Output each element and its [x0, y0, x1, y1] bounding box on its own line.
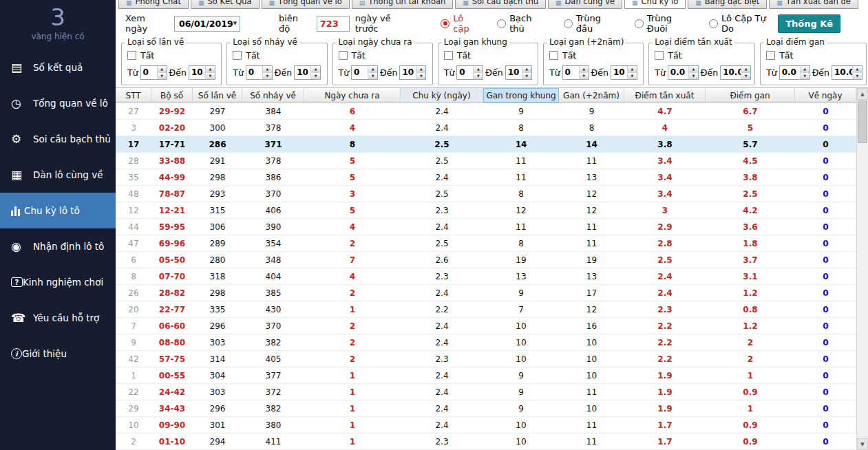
spin-up-icon[interactable]: ▲	[474, 66, 483, 73]
table-scrollbar[interactable]: ▲ ▼	[856, 88, 868, 450]
tab-8[interactable]: ▦Tần xuất dàn đề	[769, 0, 858, 9]
sidebar-item-2[interactable]: ⚙Soi cầu bạch thủ	[0, 121, 116, 157]
column-header-9[interactable]: Điểm gan	[706, 88, 795, 103]
all-checkbox[interactable]	[655, 51, 664, 60]
table-row[interactable]: 1212-2131540652.3121234.20	[116, 202, 856, 219]
column-header-3[interactable]: Số nháy về	[242, 88, 304, 103]
all-checkbox[interactable]	[444, 51, 453, 60]
to-spinner[interactable]: ▲▼	[399, 65, 426, 80]
from-spinner[interactable]: ▲▼	[140, 65, 167, 80]
spin-up-icon[interactable]: ▲	[689, 66, 698, 73]
sidebar-item-0[interactable]: ▤Số kết quả	[0, 50, 116, 85]
spin-down-icon[interactable]: ▼	[628, 73, 637, 79]
sidebar-item-6[interactable]: ?Kinh nghiệm chơi	[0, 264, 116, 300]
from-spinner[interactable]: ▲▼	[456, 65, 483, 80]
spin-down-icon[interactable]: ▼	[801, 73, 809, 79]
table-row[interactable]: 2224-4230337212.49111.90.90	[116, 384, 856, 400]
from-spinner-value[interactable]	[141, 66, 157, 79]
spin-up-icon[interactable]: ▲	[628, 66, 637, 73]
from-spinner[interactable]: ▲▼	[779, 65, 810, 80]
column-header-6[interactable]: Gan trong khung	[483, 88, 559, 103]
spin-down-icon[interactable]: ▼	[474, 73, 483, 79]
all-checkbox[interactable]	[233, 51, 242, 60]
column-header-7[interactable]: Gan (+2năm)	[559, 88, 624, 103]
all-checkbox[interactable]	[339, 51, 348, 60]
scrollbar-thumb[interactable]	[858, 100, 867, 143]
column-header-8[interactable]: Điểm tần xuất	[624, 88, 706, 103]
from-spinner-value[interactable]	[780, 66, 800, 79]
spin-down-icon[interactable]: ▼	[741, 73, 750, 79]
table-row[interactable]: 2729-9229738462.4994.76.70	[116, 103, 856, 120]
from-spinner-value[interactable]	[246, 66, 262, 79]
table-row[interactable]: 302-2030037842.488450	[116, 120, 856, 136]
spin-down-icon[interactable]: ▼	[580, 73, 589, 79]
to-spinner[interactable]: ▲▼	[720, 65, 751, 80]
tab-3[interactable]: ▤Thông tin tài khoản	[352, 0, 453, 9]
to-spinner-value[interactable]	[832, 66, 852, 79]
spin-down-icon[interactable]: ▼	[263, 73, 272, 79]
mode-radio-0[interactable]: Lô cặp	[441, 13, 480, 34]
spin-up-icon[interactable]: ▲	[158, 66, 167, 73]
all-checkbox[interactable]	[549, 51, 558, 60]
spin-up-icon[interactable]: ▲	[853, 66, 862, 73]
from-spinner[interactable]: ▲▼	[246, 65, 273, 80]
from-spinner-value[interactable]	[457, 66, 473, 79]
table-row[interactable]: 807-7031840442.313132.43.10	[116, 268, 856, 285]
to-spinner-value[interactable]	[189, 66, 205, 79]
sidebar-item-1[interactable]: ◷Tổng quan về lô	[0, 85, 116, 121]
to-spinner[interactable]: ▲▼	[189, 65, 215, 80]
column-header-2[interactable]: Số lần về	[193, 88, 242, 103]
sidebar-item-5[interactable]: ◉Nhận định lô tô	[0, 228, 116, 264]
table-row[interactable]: 4459-9530639042.411112.93.60	[116, 219, 856, 235]
spin-down-icon[interactable]: ▼	[311, 73, 320, 79]
all-checkbox[interactable]	[127, 51, 136, 60]
tab-6[interactable]: ▦Chu kỳ lô	[624, 0, 686, 9]
sidebar-item-4[interactable]: Chu kỳ lô tô	[0, 193, 116, 228]
spin-down-icon[interactable]: ▼	[522, 73, 531, 79]
tab-2[interactable]: ▦Tổng quan về lô	[262, 0, 350, 9]
from-spinner-value[interactable]	[352, 66, 368, 79]
to-spinner-value[interactable]	[400, 66, 416, 79]
to-spinner-value[interactable]	[721, 66, 741, 79]
table-row[interactable]: 2833-8829137852.511113.44.50	[116, 153, 856, 169]
spin-down-icon[interactable]: ▼	[368, 73, 377, 79]
tab-0[interactable]: ▦Phòng Chát	[118, 0, 189, 9]
column-header-1[interactable]: Bộ số	[151, 88, 193, 103]
to-spinner-value[interactable]	[506, 66, 522, 79]
view-date-select[interactable]: 06/01/2019 ▼	[174, 16, 240, 32]
spin-up-icon[interactable]: ▲	[522, 66, 531, 73]
table-row[interactable]: 706-6029637022.410162.21.20	[116, 318, 856, 334]
table-row[interactable]: 4769-9628935422.58112.81.80	[116, 235, 856, 252]
table-row[interactable]: 2022-7733543012.27122.30.80	[116, 301, 856, 318]
table-row[interactable]: 1009-9030138012.410111.70.90	[116, 417, 856, 433]
from-spinner-value[interactable]	[668, 66, 688, 79]
spin-up-icon[interactable]: ▲	[368, 66, 377, 73]
column-header-5[interactable]: Chu kỳ (ngày)	[401, 88, 483, 103]
spin-down-icon[interactable]: ▼	[689, 73, 698, 79]
spin-up-icon[interactable]: ▲	[580, 66, 589, 73]
to-spinner-value[interactable]	[295, 66, 310, 79]
column-header-10[interactable]: Về ngày	[795, 88, 856, 103]
table-row[interactable]: 2628-8229838522.49172.41.20	[116, 285, 856, 301]
amplitude-input[interactable]	[317, 16, 350, 32]
table-row[interactable]: 3544-9929838652.411133.43.80	[116, 169, 856, 186]
spin-down-icon[interactable]: ▼	[158, 73, 167, 79]
table-row[interactable]: 908-8030338222.410102.220	[116, 334, 856, 351]
table-row[interactable]: 201-1029441112.310111.70.90	[116, 433, 856, 450]
from-spinner[interactable]: ▲▼	[562, 65, 589, 80]
all-checkbox[interactable]	[766, 51, 775, 60]
from-spinner-value[interactable]	[563, 66, 579, 79]
to-spinner[interactable]: ▲▼	[505, 65, 532, 80]
mode-radio-4[interactable]: Lô Cặp Tự Do	[709, 13, 778, 34]
mode-radio-3[interactable]: Trùng Đuôi	[635, 13, 692, 34]
spin-up-icon[interactable]: ▲	[801, 66, 809, 73]
column-header-0[interactable]: STT	[116, 88, 151, 103]
table-row[interactable]: 605-5028034872.619192.53.70	[116, 252, 856, 268]
table-row[interactable]: 4257-7531440522.310102.220	[116, 351, 856, 367]
scroll-down-icon[interactable]: ▼	[857, 438, 868, 450]
tab-5[interactable]: ▦Dàn cùng về	[548, 0, 622, 9]
sidebar-item-8[interactable]: iGiới thiệu	[0, 336, 116, 372]
table-row[interactable]: 1717-7128637182.514143.85.70	[116, 136, 856, 153]
mode-radio-1[interactable]: Bạch thủ	[497, 13, 547, 34]
to-spinner-value[interactable]	[611, 66, 627, 79]
